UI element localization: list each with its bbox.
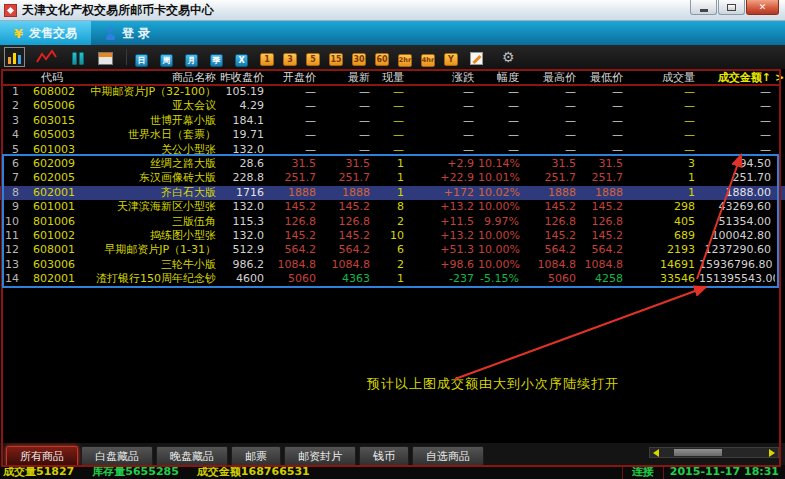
toolbar-period-button[interactable]: 季 <box>210 54 223 67</box>
table-cell: — <box>699 99 775 113</box>
table-cell: 145.2 <box>523 229 580 243</box>
toolbar-period-button[interactable]: X <box>235 54 248 67</box>
table-row[interactable]: 11601002捣练图小型张132.0145.2145.210+13.210.0… <box>0 229 785 243</box>
edit-pencil-icon[interactable] <box>467 47 486 67</box>
scroll-more-indicator[interactable]: > <box>775 71 785 84</box>
scroll-right-arrow[interactable] <box>769 449 775 457</box>
table-row[interactable]: 12608001早期邮资片JP（1-31）512.9564.2564.26+51… <box>0 243 785 257</box>
table-row[interactable]: 5601003关公小型张132.0————————— <box>0 143 785 157</box>
table-cell: 早期邮资片JP（1-31） <box>80 243 220 257</box>
toolbar-period-button[interactable]: Y <box>444 53 458 66</box>
toolbar-period-button[interactable]: 5 <box>306 53 320 66</box>
bottom-tab[interactable]: 所有商品 <box>6 446 78 465</box>
horizontal-scrollbar[interactable] <box>649 447 779 458</box>
bottom-tab[interactable]: 钱币 <box>359 446 409 465</box>
tab-login[interactable]: 登 录 <box>91 21 164 45</box>
column-header[interactable]: 开盘价 <box>268 70 320 85</box>
login-tab-label: 登 录 <box>122 25 150 42</box>
scrollbar-thumb[interactable] <box>674 449 722 456</box>
column-header[interactable]: 商品名称 <box>80 70 220 85</box>
candlestick-icon[interactable] <box>69 47 87 67</box>
maximize-button[interactable] <box>718 0 745 15</box>
table-cell: 564.2 <box>268 243 320 257</box>
toolbar-period-button[interactable]: 3 <box>283 53 297 66</box>
table-cell: 12 <box>0 243 28 257</box>
toolbar-period-button[interactable]: 周 <box>160 54 173 67</box>
table-cell: 1 <box>627 171 699 185</box>
table-cell: — <box>374 128 408 142</box>
bar-chart-icon[interactable] <box>4 47 25 67</box>
table-row[interactable]: 6602009丝绸之路大版28.631.531.51+2.910.14%31.5… <box>0 157 785 171</box>
table-cell: — <box>374 85 408 99</box>
bottom-tab[interactable]: 邮资封片 <box>284 446 356 465</box>
table-cell: 184.1 <box>220 114 268 128</box>
table-cell: 145.2 <box>320 229 374 243</box>
table-cell: 5060 <box>523 272 580 286</box>
toolbar-period-button[interactable]: 月 <box>185 54 198 67</box>
table-cell: 15936796.80 <box>699 258 775 272</box>
toolbar-period-button[interactable]: 60 <box>375 53 389 66</box>
minimize-button[interactable] <box>690 0 717 15</box>
line-chart-icon[interactable] <box>33 47 61 67</box>
table-cell: 13 <box>0 258 28 272</box>
login-person-icon <box>105 27 116 40</box>
column-header[interactable]: 成交量 <box>627 70 699 85</box>
column-header[interactable]: 成交金额↑ <box>699 70 775 85</box>
toolbar-period-button[interactable]: 30 <box>352 53 366 66</box>
table-row[interactable]: 3603015世博开幕小版184.1————————— <box>0 114 785 128</box>
column-header[interactable]: 最高价 <box>523 70 580 85</box>
table-cell: 三轮牛小版 <box>80 258 220 272</box>
table-cell: 603015 <box>28 114 80 128</box>
bottom-tab[interactable]: 邮票 <box>231 446 281 465</box>
connection-status: 连接 <box>622 465 664 479</box>
column-header[interactable]: 最低价 <box>580 70 627 85</box>
table-cell: +22.9 <box>408 171 478 185</box>
table-row[interactable]: 2605006亚太会议4.29————————— <box>0 99 785 113</box>
table-cell: — <box>580 85 627 99</box>
table-cell: 9.97% <box>478 215 523 229</box>
table-cell: — <box>320 114 374 128</box>
table-cell: 564.2 <box>580 243 627 257</box>
scroll-left-arrow[interactable] <box>653 449 659 457</box>
calendar-icon[interactable] <box>95 47 116 67</box>
bottom-tab[interactable]: 自选商品 <box>412 446 484 465</box>
table-cell: 43269.60 <box>699 200 775 214</box>
column-header[interactable]: 昨收盘价 <box>220 70 268 85</box>
table-row[interactable]: 10801006三版伍角115.3126.8126.82+11.59.97%12… <box>0 215 785 229</box>
menu-bar: ¥ 发售交易 登 录 <box>0 21 785 45</box>
table-cell: — <box>523 114 580 128</box>
close-button[interactable]: ✕ <box>746 0 779 15</box>
table-cell: 4258 <box>580 272 627 286</box>
status-bar: 成交量51827 库存量5655285 成交金额168766531 连接 201… <box>0 465 785 479</box>
column-header[interactable]: 最新 <box>320 70 374 85</box>
table-cell: 31.5 <box>523 157 580 171</box>
table-cell: 31.5 <box>580 157 627 171</box>
column-header[interactable]: 涨跌 <box>408 70 478 85</box>
table-cell: 132.0 <box>220 200 268 214</box>
toolbar-period-button[interactable]: 日 <box>135 54 148 67</box>
column-header[interactable]: 幅度 <box>478 70 523 85</box>
tab-sale-trading[interactable]: ¥ 发售交易 <box>0 21 91 45</box>
table-row[interactable]: 4605003世界水日（套票）19.71————————— <box>0 128 785 142</box>
bottom-tab[interactable]: 晚盘藏品 <box>156 446 228 465</box>
table-cell: — <box>478 128 523 142</box>
table-row[interactable]: 8602001齐白石大版1716188818881+17210.02%18881… <box>0 186 785 200</box>
title-bar: 天津文化产权交易所邮币卡交易中心 ✕ <box>0 0 785 21</box>
toolbar-period-button[interactable]: 2hr <box>398 54 412 67</box>
table-row[interactable]: 9601001天津滨海新区小型张132.0145.2145.28+13.210.… <box>0 200 785 214</box>
table-cell: 564.2 <box>523 243 580 257</box>
toolbar-period-button[interactable]: 15 <box>329 53 343 66</box>
table-row[interactable]: 14802001渣打银行150周年纪念钞4600506043631-237-5.… <box>0 272 785 286</box>
column-header[interactable]: 现量 <box>374 70 408 85</box>
toolbar-period-button[interactable]: 4hr <box>421 54 435 67</box>
table-row[interactable]: 1608002中期邮资片JP（32-100）105.19————————— <box>0 85 785 99</box>
settings-gear-icon[interactable]: ⚙ <box>502 50 515 64</box>
column-header[interactable]: 代码 <box>28 70 80 85</box>
table-cell: 10 <box>0 215 28 229</box>
table-row[interactable]: 7602005东汉画像砖大版228.8251.7251.71+22.910.01… <box>0 171 785 185</box>
table-cell: — <box>627 85 699 99</box>
bottom-tab[interactable]: 白盘藏品 <box>81 446 153 465</box>
quote-table: 代码商品名称昨收盘价开盘价最新现量涨跌幅度最高价最低价成交量成交金额↑> 160… <box>0 69 785 286</box>
table-row[interactable]: 13603006三轮牛小版986.21084.81084.82+98.610.0… <box>0 258 785 272</box>
toolbar-period-button[interactable]: 1 <box>260 53 274 66</box>
